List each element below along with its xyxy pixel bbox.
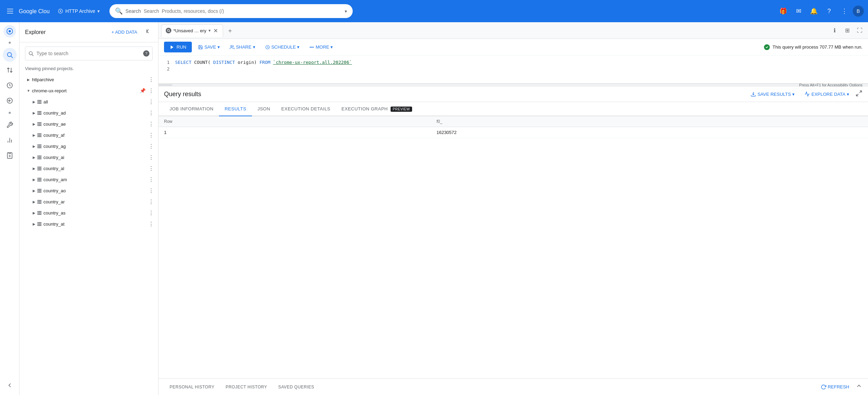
nav-icons: 🎁 ✉ 🔔 ? ⋮ B: [776, 4, 864, 18]
tab-execution-graph[interactable]: EXECUTION GRAPH PREVIEW: [336, 102, 418, 116]
refresh-button[interactable]: REFRESH: [817, 382, 853, 392]
sidebar-icon-home[interactable]: [3, 25, 16, 37]
tree-item-country_al[interactable]: country_al ⋮: [19, 163, 158, 174]
code-editor[interactable]: 1 SELECT COUNT( DISTINCT origin) FROM `c…: [158, 56, 868, 83]
tab-close-button[interactable]: ✕: [213, 27, 219, 35]
tree-more-httparchive[interactable]: ⋮: [147, 76, 155, 84]
tab-json[interactable]: JSON: [252, 102, 276, 116]
explorer-actions: + ADD DATA: [109, 26, 153, 38]
tree-more-country_am[interactable]: ⋮: [147, 176, 155, 184]
tree-more-country_as[interactable]: ⋮: [147, 209, 155, 217]
svg-rect-1: [7, 11, 13, 11]
search-input[interactable]: [144, 8, 342, 14]
sidebar-icon-search[interactable]: [3, 48, 17, 62]
tab-job-information[interactable]: JOB INFORMATION: [164, 102, 219, 116]
sidebar-icon-history[interactable]: [3, 78, 17, 92]
save-button[interactable]: SAVE ▾: [195, 42, 223, 52]
collapse-bottom-button[interactable]: [855, 383, 862, 391]
tab-personal-history[interactable]: PERSONAL HISTORY: [164, 379, 220, 395]
support-icon-btn[interactable]: ✉: [792, 4, 805, 18]
notifications-icon-btn[interactable]: 🔔: [807, 4, 821, 18]
tree-more-country_at[interactable]: ⋮: [147, 220, 155, 228]
bottom-tabs-bar: PERSONAL HISTORY PROJECT HISTORY SAVED Q…: [158, 378, 868, 395]
table-row[interactable]: 1 16230572: [158, 127, 868, 138]
explore-data-button[interactable]: EXPLORE DATA ▾: [801, 89, 853, 99]
tree-more-country_ai[interactable]: ⋮: [147, 153, 155, 161]
tree-item-country_ar[interactable]: country_ar ⋮: [19, 196, 158, 207]
tree-more-country_ae[interactable]: ⋮: [147, 120, 155, 128]
add-data-button[interactable]: + ADD DATA: [109, 27, 140, 37]
tree-item-country_ao[interactable]: country_ao ⋮: [19, 185, 158, 196]
table-grid-icon-country_am: [38, 178, 41, 182]
tab-table-button[interactable]: ⊞: [842, 25, 853, 36]
tab-expand-button[interactable]: ⛶: [854, 25, 865, 36]
line-num-1: 1: [164, 60, 170, 65]
results-area: Query results SAVE RESULTS ▾ EXPLORE DAT…: [158, 86, 868, 395]
tab-add-button[interactable]: ＋: [224, 25, 236, 36]
more-icon-btn[interactable]: ⋮: [837, 4, 851, 18]
tree-item-country_ae[interactable]: country_ae ⋮: [19, 118, 158, 129]
resize-handle[interactable]: Press Alt+F1 for Accessibility Options: [158, 84, 868, 86]
code-content-1: SELECT COUNT( DISTINCT origin) FROM `chr…: [175, 60, 352, 65]
tree-item-httparchive[interactable]: httparchive ⋮: [19, 74, 158, 85]
tree-more-country_af[interactable]: ⋮: [147, 131, 155, 139]
tree-item-country_ad[interactable]: country_ad ⋮: [19, 107, 158, 118]
notice-text: This query will process 707.77 MB when r…: [772, 44, 862, 50]
sidebar-icon-transfer[interactable]: [3, 63, 17, 77]
avatar[interactable]: B: [853, 6, 864, 17]
search-dropdown-icon[interactable]: ▾: [345, 9, 347, 14]
save-results-button[interactable]: SAVE RESULTS ▾: [747, 89, 798, 99]
schedule-button[interactable]: SCHEDULE ▾: [262, 42, 303, 52]
tree-label-country_ae: country_ae: [43, 121, 147, 127]
gift-icon-btn[interactable]: 🎁: [776, 4, 790, 18]
tab-info-button[interactable]: ℹ: [829, 25, 840, 36]
tree-arrow-country_ao: [31, 187, 38, 194]
tree-more-chrome-ux-report[interactable]: ⋮: [147, 87, 155, 95]
tab-label-unsaved: *Unsaved … ery: [173, 28, 206, 33]
help-icon-btn[interactable]: ?: [822, 4, 836, 18]
tab-saved-queries[interactable]: SAVED QUERIES: [273, 379, 320, 395]
project-selector[interactable]: HTTP Archive ▾: [55, 7, 103, 15]
tab-unsaved-query[interactable]: *Unsaved … ery ▾ ✕: [161, 24, 223, 37]
tab-results[interactable]: RESULTS: [219, 102, 252, 116]
search-help-icon[interactable]: ?: [143, 50, 149, 57]
tree-item-country_am[interactable]: country_am ⋮: [19, 174, 158, 185]
hamburger-menu[interactable]: [4, 5, 16, 17]
sidebar-icon-tools[interactable]: [3, 118, 17, 132]
tree-arrow-country_al: [31, 165, 38, 172]
tree-item-country_at[interactable]: country_at ⋮: [19, 218, 158, 229]
explorer-search-input[interactable]: [36, 51, 140, 56]
tree-item-chrome-ux-report[interactable]: chrome-ux-report 📌 ⋮: [19, 85, 158, 96]
tree-label-country_as: country_as: [43, 210, 147, 216]
tree-item-country_as[interactable]: country_as ⋮: [19, 207, 158, 218]
tree-item-country_ai[interactable]: country_ai ⋮: [19, 152, 158, 163]
query-notice: This query will process 707.77 MB when r…: [763, 44, 862, 51]
tree-item-all[interactable]: all ⋮: [19, 96, 158, 107]
run-button[interactable]: RUN: [164, 42, 192, 52]
sidebar-icon-clipboard[interactable]: [3, 149, 17, 162]
svg-point-27: [313, 47, 313, 47]
tree-more-all[interactable]: ⋮: [147, 98, 155, 106]
table-grid-icon-country_af: [38, 133, 41, 137]
tree-more-country_ad[interactable]: ⋮: [147, 109, 155, 117]
tree-item-country_ag[interactable]: country_ag ⋮: [19, 141, 158, 152]
sidebar-expand-btn[interactable]: [3, 378, 17, 392]
collapse-explorer-button[interactable]: [143, 26, 153, 38]
tree-more-country_al[interactable]: ⋮: [147, 165, 155, 173]
explorer-title: Explorer: [25, 29, 46, 35]
more-button[interactable]: MORE ▾: [306, 42, 336, 52]
tree-more-country_ar[interactable]: ⋮: [147, 198, 155, 206]
tree-item-country_af[interactable]: country_af ⋮: [19, 129, 158, 141]
sidebar-icon-refresh[interactable]: [3, 94, 17, 108]
project-name: HTTP Archive: [65, 8, 95, 14]
tree-more-country_ag[interactable]: ⋮: [147, 142, 155, 150]
sidebar-icon-chart[interactable]: [3, 133, 17, 147]
share-button[interactable]: SHARE ▾: [226, 42, 259, 52]
tree-label-country_al: country_al: [43, 166, 147, 171]
tree-label-country_af: country_af: [43, 133, 147, 138]
tab-execution-details[interactable]: EXECUTION DETAILS: [276, 102, 336, 116]
tree-arrow-httparchive: [25, 76, 32, 83]
tab-project-history[interactable]: PROJECT HISTORY: [220, 379, 273, 395]
results-expand-button[interactable]: [855, 90, 862, 99]
tree-more-country_ao[interactable]: ⋮: [147, 187, 155, 195]
